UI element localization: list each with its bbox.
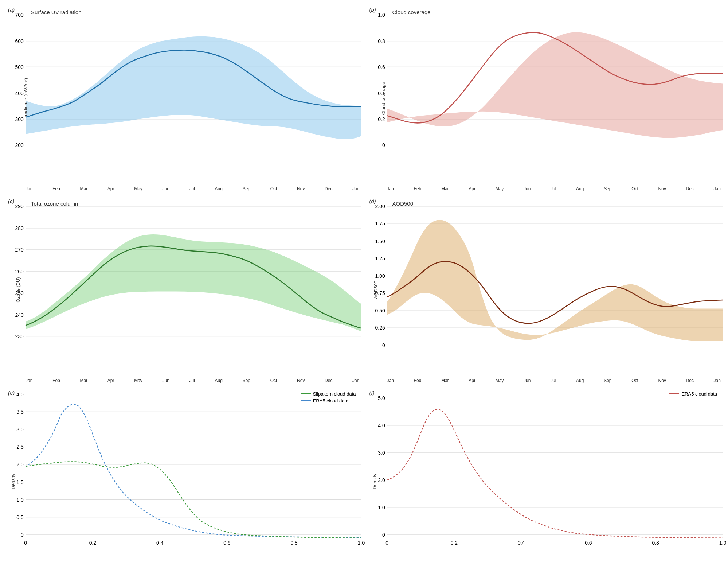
svg-text:1.00: 1.00	[375, 273, 385, 279]
svg-text:0.2: 0.2	[378, 116, 385, 122]
panel-f-ylabel: Density	[372, 474, 377, 489]
panel-c: (c) Total ozone column Ozone (DU) 230 24…	[4, 195, 363, 385]
panel-a-xlabels: JanFebMarAprMayJunJulAugSepOctNovDecJan	[26, 186, 360, 191]
svg-text:0.5: 0.5	[16, 514, 24, 520]
svg-text:1.0: 1.0	[719, 540, 726, 545]
svg-text:700: 700	[15, 12, 23, 18]
svg-text:0.8: 0.8	[652, 540, 659, 545]
panel-f-chart: 0 1.0 2.0 3.0 4.0 5.0 0 0.2 0.4 0.6 0.8 …	[387, 390, 723, 562]
panel-d-xlabels: JanFebMarAprMayJunJulAugSepOctNovDecJan	[387, 378, 721, 383]
svg-text:0: 0	[24, 540, 27, 545]
svg-text:0: 0	[21, 532, 24, 538]
panel-c-ylabel: Ozone (DU)	[15, 277, 21, 303]
svg-text:240: 240	[15, 312, 23, 318]
svg-text:230: 230	[15, 334, 23, 339]
svg-text:1.0: 1.0	[378, 12, 385, 18]
legend-item-era5-red: ERA5 cloud data	[669, 391, 717, 397]
legend-item-era5: ERA5 cloud data	[301, 398, 356, 404]
svg-text:1.0: 1.0	[16, 497, 24, 502]
svg-text:0.50: 0.50	[375, 308, 385, 314]
legend-label-era5: ERA5 cloud data	[313, 398, 349, 404]
svg-text:0.2: 0.2	[89, 540, 97, 545]
panel-e-ylabel: Density	[11, 474, 16, 489]
panel-e-chart: 0 0.5 1.0 1.5 2.0 2.5 3.0 3.5 4.0 0 0.2 …	[26, 390, 361, 562]
panel-e: (e) Density Silpakorn cloud data ERA5 cl…	[4, 387, 363, 576]
svg-text:0: 0	[382, 342, 385, 348]
svg-text:0.4: 0.4	[156, 540, 164, 545]
main-grid: (a) Surface UV radiation Irradiance (mW/…	[0, 0, 728, 580]
svg-text:3.0: 3.0	[378, 450, 385, 456]
panel-d-chart: 0 0.25 0.50 0.75 1.00 1.25 1.50 1.75 2.0…	[387, 199, 723, 370]
svg-text:1.75: 1.75	[375, 221, 385, 227]
svg-text:2.0: 2.0	[16, 462, 24, 467]
svg-text:0: 0	[382, 142, 385, 148]
panel-f-legend: ERA5 cloud data	[669, 391, 717, 398]
svg-text:0.8: 0.8	[378, 38, 385, 44]
panel-c-label: (c)	[8, 198, 15, 204]
legend-label-silpakorn: Silpakorn cloud data	[313, 391, 356, 397]
legend-line-era5	[301, 400, 311, 401]
svg-text:2.5: 2.5	[16, 444, 24, 450]
panel-c-title: Total ozone column	[31, 201, 78, 207]
svg-text:0: 0	[382, 532, 385, 538]
legend-line-era5-red	[669, 393, 679, 394]
panel-a-title: Surface UV radiation	[31, 9, 81, 15]
panel-f-label: (f)	[369, 390, 375, 396]
svg-text:0.6: 0.6	[378, 64, 385, 70]
panel-d: (d) AOD500 AOD500 0 0.25 0.50 0.75 1.00 …	[365, 195, 725, 385]
panel-c-xlabels: JanFebMarAprMayJunJulAugSepOctNovDecJan	[26, 378, 360, 383]
panel-b-ylabel: Cloud coverage	[381, 82, 386, 115]
svg-text:0.2: 0.2	[450, 540, 458, 545]
svg-text:1.5: 1.5	[16, 479, 24, 485]
svg-text:4.0: 4.0	[16, 391, 24, 397]
panel-f: (f) Density ERA5 cloud data 0 1.0 2.0 3.…	[365, 387, 725, 576]
svg-text:0: 0	[385, 540, 388, 545]
svg-text:3.5: 3.5	[16, 409, 24, 414]
panel-b-label: (b)	[369, 7, 376, 13]
svg-text:1.0: 1.0	[378, 505, 385, 510]
panel-e-label: (e)	[8, 390, 15, 396]
svg-text:280: 280	[15, 226, 23, 231]
svg-text:1.0: 1.0	[358, 540, 365, 545]
panel-e-legend: Silpakorn cloud data ERA5 cloud data	[301, 391, 356, 405]
svg-text:270: 270	[15, 247, 23, 253]
panel-a-label: (a)	[8, 7, 15, 13]
svg-text:500: 500	[15, 64, 23, 70]
panel-d-title: AOD500	[392, 201, 414, 207]
svg-text:2.00: 2.00	[375, 204, 385, 210]
svg-text:3.0: 3.0	[16, 427, 24, 432]
svg-text:0.25: 0.25	[375, 325, 385, 331]
panel-b: (b) Cloud coverage Cloud coverage 0 0.2 …	[365, 4, 725, 193]
svg-text:0.8: 0.8	[291, 540, 298, 545]
svg-text:300: 300	[15, 116, 23, 122]
panel-d-label: (d)	[369, 198, 376, 204]
panel-a: (a) Surface UV radiation Irradiance (mW/…	[4, 4, 363, 193]
svg-text:4.0: 4.0	[378, 423, 385, 428]
legend-line-silpakorn	[301, 393, 311, 394]
svg-text:1.25: 1.25	[375, 256, 385, 261]
svg-text:1.50: 1.50	[375, 238, 385, 244]
svg-text:600: 600	[15, 38, 23, 44]
panel-c-chart: 230 240 250 260 270 280 290	[26, 199, 361, 370]
panel-b-title: Cloud coverage	[392, 9, 431, 15]
panel-a-chart: 200 300 400 500 600 700	[26, 7, 361, 179]
svg-text:200: 200	[15, 142, 23, 148]
panel-a-ylabel: Irradiance (mW/m²)	[23, 78, 28, 119]
svg-text:5.0: 5.0	[378, 395, 385, 401]
svg-text:0.6: 0.6	[223, 540, 231, 545]
svg-text:0.6: 0.6	[585, 540, 592, 545]
legend-label-era5-red: ERA5 cloud data	[681, 391, 717, 397]
legend-item-silpakorn: Silpakorn cloud data	[301, 391, 356, 397]
panel-b-chart: 0 0.2 0.4 0.6 0.8 1.0	[387, 7, 723, 179]
svg-text:0.4: 0.4	[517, 540, 525, 545]
svg-text:290: 290	[15, 204, 23, 210]
panel-d-ylabel: AOD500	[373, 281, 379, 299]
svg-text:400: 400	[15, 90, 23, 96]
panel-b-xlabels: JanFebMarAprMayJunJulAugSepOctNovDecJan	[387, 186, 721, 191]
svg-text:260: 260	[15, 269, 23, 275]
svg-text:2.0: 2.0	[378, 477, 385, 483]
